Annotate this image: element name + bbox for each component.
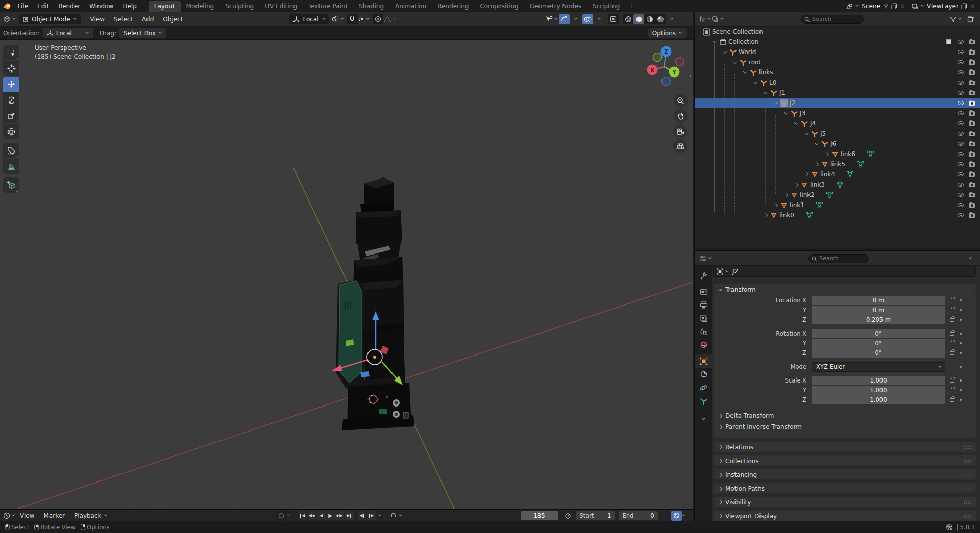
expander-open-icon[interactable] <box>722 50 728 54</box>
transform-panel-header[interactable]: Transform ∷∷ <box>714 284 976 296</box>
outliner-row-link3[interactable]: link3 <box>695 180 980 190</box>
rotation-y-field[interactable]: 0° <box>812 339 945 348</box>
tool-orientation-dropdown[interactable]: Local <box>43 28 93 38</box>
timeline-editor-type-dropdown[interactable] <box>3 511 15 521</box>
xray-toggle[interactable] <box>608 14 619 24</box>
rotation-mode-dropdown[interactable]: XYZ Euler <box>812 362 945 372</box>
outliner-row-J1[interactable]: J1 <box>695 88 980 98</box>
tab-rendering[interactable]: Rendering <box>432 1 474 12</box>
collections-panel[interactable]: Collections∷∷ <box>713 455 977 466</box>
camera-visibility-icon[interactable] <box>969 203 975 208</box>
animate-dot[interactable] <box>960 352 962 354</box>
snap-toggle[interactable] <box>347 14 358 24</box>
proportional-editing-toggle[interactable] <box>373 14 383 24</box>
outliner-row-J3[interactable]: J3 <box>695 108 980 118</box>
hide-icon[interactable] <box>958 213 964 217</box>
tab-scripting[interactable]: Scripting <box>587 1 625 12</box>
outliner-search-input[interactable] <box>812 16 855 22</box>
outliner-filter-button[interactable] <box>950 14 962 24</box>
hide-icon[interactable] <box>958 183 964 187</box>
properties-search[interactable] <box>808 254 869 263</box>
animate-dot[interactable] <box>960 399 962 401</box>
camera-view-button[interactable] <box>673 124 687 138</box>
outliner-row-J6[interactable]: J6 <box>695 139 980 149</box>
outliner-row-scene-collection[interactable]: Scene Collection <box>695 27 980 37</box>
play-button[interactable]: ▶ <box>326 511 335 520</box>
lock-icon[interactable] <box>950 379 954 383</box>
outliner-filter-display-dropdown[interactable] <box>712 14 724 24</box>
motion-paths-panel[interactable]: Motion Paths∷∷ <box>713 483 977 494</box>
hide-icon[interactable] <box>958 70 964 74</box>
drag-handle[interactable]: ∷∷ <box>964 287 971 293</box>
viewlayer-selector[interactable]: ViewLayer × <box>909 2 977 11</box>
show-gizmo-dropdown[interactable] <box>545 14 558 24</box>
expander-closed-icon[interactable] <box>763 214 769 217</box>
add-workspace-button[interactable]: + <box>625 1 639 12</box>
camera-visibility-icon[interactable] <box>969 81 975 85</box>
blender-logo-icon[interactable] <box>0 2 13 10</box>
outliner-row-link4[interactable]: link4 <box>695 169 980 180</box>
auto-keyframe-toggle[interactable] <box>276 511 287 521</box>
hide-icon[interactable] <box>958 193 964 197</box>
viewlayer-name[interactable]: ViewLayer <box>927 3 959 10</box>
hide-icon[interactable] <box>958 121 964 125</box>
axis-gizmo[interactable]: Z X Y <box>644 45 686 88</box>
expander-open-icon[interactable] <box>752 81 758 84</box>
camera-visibility-icon[interactable] <box>969 70 975 75</box>
tab-animation[interactable]: Animation <box>389 1 432 12</box>
tab-texture-paint[interactable]: Texture Paint <box>303 1 353 12</box>
animate-dot[interactable] <box>960 309 962 311</box>
tab-layout[interactable]: Layout <box>149 1 181 12</box>
expander-closed-icon[interactable] <box>803 173 810 176</box>
tab-compositing[interactable]: Compositing <box>474 1 524 12</box>
tool-scale[interactable] <box>3 108 19 123</box>
jump-to-start-button[interactable]: ◀ <box>299 511 308 520</box>
mode-dropdown[interactable]: Object Mode <box>19 14 81 24</box>
outliner-row-J4[interactable]: J4 <box>695 118 980 129</box>
pin-icon[interactable] <box>883 3 889 9</box>
camera-visibility-icon[interactable] <box>969 213 975 218</box>
tab-world[interactable] <box>695 338 712 351</box>
pivot-point-dropdown[interactable] <box>332 14 344 24</box>
location-y-field[interactable]: 0 m <box>812 306 945 315</box>
orthographic-toggle-button[interactable] <box>673 139 687 153</box>
properties-search-input[interactable] <box>819 255 863 262</box>
scale-y-field[interactable]: 1.000 <box>812 386 945 395</box>
lock-icon[interactable] <box>950 342 954 345</box>
new-collection-button[interactable] <box>965 14 976 24</box>
camera-visibility-icon[interactable] <box>969 101 975 106</box>
tab-shading[interactable]: Shading <box>353 1 389 12</box>
expander-open-icon[interactable] <box>742 71 748 74</box>
lock-icon[interactable] <box>950 398 954 402</box>
tab-geometry-nodes[interactable]: Geometry Nodes <box>524 1 587 12</box>
tool-measure[interactable] <box>3 159 19 174</box>
expander-open-icon[interactable] <box>712 40 718 43</box>
tool-transform[interactable] <box>3 124 19 139</box>
menu-file[interactable]: File <box>13 3 33 10</box>
tab-strip-overflow[interactable] <box>695 412 712 425</box>
animate-dot[interactable] <box>960 319 962 321</box>
frame-step-dropdown[interactable] <box>378 514 382 517</box>
scene-selector[interactable]: Scene × <box>844 2 907 11</box>
transform-orientation-dropdown[interactable]: Local <box>289 14 329 24</box>
scale-z-field[interactable]: 1.000 <box>812 395 945 404</box>
menu-add[interactable]: Add <box>137 16 158 23</box>
outliner-search[interactable] <box>801 15 864 24</box>
location-z-field[interactable]: 0.205 m <box>812 315 945 324</box>
scene-name[interactable]: Scene <box>862 3 880 10</box>
overlays-toggle[interactable] <box>582 14 593 24</box>
instancing-panel[interactable]: Instancing∷∷ <box>713 469 977 480</box>
sidebar-collapse-handle[interactable]: ‹ <box>690 72 692 79</box>
proportional-falloff-dropdown[interactable] <box>383 14 397 24</box>
gizmos-toggle[interactable] <box>559 14 570 24</box>
animate-dot[interactable] <box>960 333 962 335</box>
tab-render[interactable] <box>695 285 712 298</box>
shading-wireframe-button[interactable] <box>623 14 633 24</box>
viewport-3d[interactable]: User Perspective (185) Scene Collection … <box>0 40 693 509</box>
animate-dot[interactable] <box>960 342 962 344</box>
camera-visibility-icon[interactable] <box>969 132 975 136</box>
tab-tool[interactable] <box>695 269 712 282</box>
frame-start-field[interactable]: Start-1 <box>576 511 615 520</box>
next-frame-button[interactable]: ▶ <box>367 511 376 520</box>
pan-button[interactable] <box>674 109 688 123</box>
